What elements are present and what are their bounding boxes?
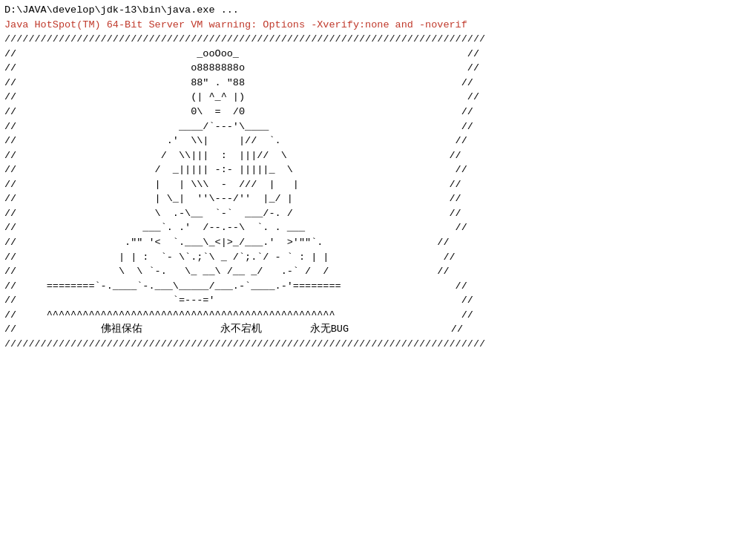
art-line-9: // | | \\\ - /// | | // — [4, 177, 752, 192]
art-line-0: // _ooOoo_ // — [4, 47, 752, 62]
art-line-15: // \ \ `-. \_ __\ /__ _/ .-` / / // — [4, 264, 752, 279]
art-line-18: // ^^^^^^^^^^^^^^^^^^^^^^^^^^^^^^^^^^^^^… — [4, 308, 752, 323]
art-line-5: // ____/`---'\____ // — [4, 119, 752, 134]
warning-line: Java HotSpot(TM) 64-Bit Server VM warnin… — [4, 18, 752, 33]
ascii-art-container: // _ooOoo_ //// o8888888o //// 88" . "88 — [4, 47, 752, 352]
art-line-1: // o8888888o // — [4, 61, 752, 76]
art-line-3: // (| ^_^ |) // — [4, 90, 752, 105]
art-line-10: // | \_| ''\---/'' |_/ | // — [4, 191, 752, 206]
art-line-12: // ___`. .' /--.--\ `. . ___ // — [4, 220, 752, 235]
art-line-7: // / \\||| : |||// \ // — [4, 148, 752, 163]
art-line-19: // 佛祖保佑 永不宕机 永无BUG // — [4, 322, 752, 337]
art-line-8: // / _||||| -:- |||||_ \ // — [4, 163, 752, 177]
art-line-13: // ."" '< `.___\_<|>_/___.' >'""`. // — [4, 235, 752, 250]
art-line-14: // | | : `- \`.;`\ _ /`;.`/ - ` : | | // — [4, 250, 752, 265]
art-line-2: // 88" . "88 // — [4, 76, 752, 91]
art-line-17: // `=---=' // — [4, 293, 752, 308]
art-line-20: ////////////////////////////////////////… — [4, 337, 752, 352]
art-line-11: // \ .-\__ `-` ___/-. / // — [4, 206, 752, 221]
title-line: D:\JAVA\develop\jdk-13\bin\java.exe ... — [4, 3, 752, 18]
slash-line-top: ////////////////////////////////////////… — [4, 32, 752, 47]
terminal-window: D:\JAVA\develop\jdk-13\bin\java.exe ... … — [0, 0, 756, 535]
art-line-4: // 0\ = /0 // — [4, 105, 752, 119]
art-line-6: // .' \\| |// `. // — [4, 134, 752, 148]
art-line-16: // ========`-.____`-.___\_____/___.-`___… — [4, 279, 752, 294]
